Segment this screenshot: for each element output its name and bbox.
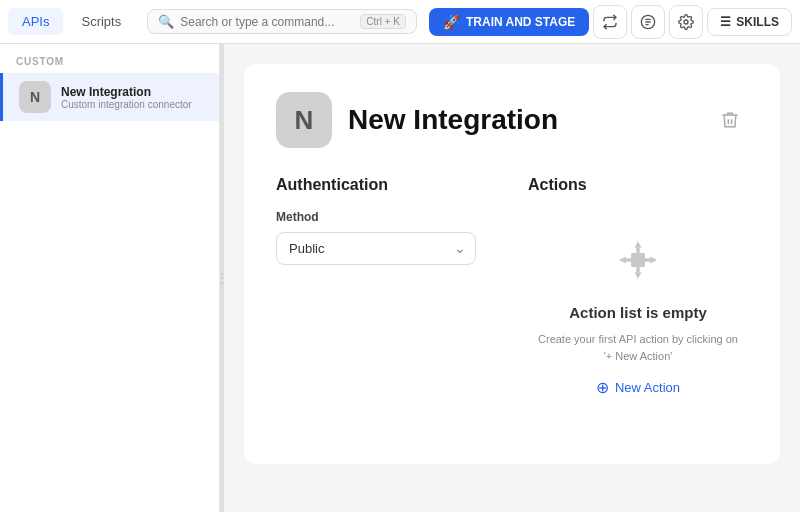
train-icon: 🚀 (443, 14, 460, 30)
content-area: N New Integration Authentication (224, 44, 800, 512)
topbar: APIs Scripts 🔍 Ctrl + K 🚀 TRAIN AND STAG… (0, 0, 800, 44)
integration-title: New Integration (348, 104, 558, 136)
authentication-title: Authentication (276, 176, 496, 194)
svg-marker-4 (635, 272, 642, 279)
svg-point-1 (684, 20, 688, 24)
chat-icon-button[interactable] (631, 5, 665, 39)
tab-scripts[interactable]: Scripts (67, 8, 135, 35)
sidebar-item-subtitle: Custom integration connector (61, 99, 192, 110)
train-and-stage-button[interactable]: 🚀 TRAIN AND STAGE (429, 8, 589, 36)
method-select[interactable]: Public API Key OAuth2 Basic Auth (276, 232, 476, 265)
actions-empty-subtitle: Create your first API action by clicking… (538, 331, 738, 364)
actions-empty-state: Action list is empty Create your first A… (528, 210, 748, 421)
skills-icon: ☰ (720, 15, 731, 29)
main-layout: CUSTOM N New Integration Custom integrat… (0, 44, 800, 512)
move-icon (608, 230, 668, 290)
new-action-button[interactable]: ⊕ New Action (588, 374, 688, 401)
sidebar-item-avatar: N (19, 81, 51, 113)
svg-marker-2 (635, 241, 642, 248)
sidebar-item-info: New Integration Custom integration conne… (61, 85, 192, 110)
authentication-section: Authentication Method Public API Key OAu… (276, 176, 496, 421)
integration-avatar: N (276, 92, 332, 148)
new-action-label: New Action (615, 380, 680, 395)
two-col-layout: Authentication Method Public API Key OAu… (276, 176, 748, 421)
sidebar-item-new-integration[interactable]: N New Integration Custom integration con… (0, 73, 219, 121)
actions-title: Actions (528, 176, 748, 194)
trash-icon (720, 110, 740, 130)
chat-icon (640, 14, 656, 30)
skills-label: SKILLS (736, 15, 779, 29)
tab-apis[interactable]: APIs (8, 8, 63, 35)
svg-rect-10 (631, 253, 645, 267)
search-input[interactable] (180, 15, 354, 29)
sidebar-item-name: New Integration (61, 85, 192, 99)
delete-button[interactable] (712, 102, 748, 138)
search-icon: 🔍 (158, 14, 174, 29)
sidebar: CUSTOM N New Integration Custom integrat… (0, 44, 220, 512)
skills-button[interactable]: ☰ SKILLS (707, 8, 792, 36)
actions-empty-title: Action list is empty (569, 304, 707, 321)
method-label: Method (276, 210, 496, 224)
transfer-icon (602, 14, 618, 30)
transfer-icon-button[interactable] (593, 5, 627, 39)
gear-icon (678, 14, 694, 30)
settings-icon-button[interactable] (669, 5, 703, 39)
search-bar: 🔍 Ctrl + K (147, 9, 417, 34)
integration-panel: N New Integration Authentication (244, 64, 780, 464)
integration-header: N New Integration (276, 92, 748, 148)
actions-section: Actions (528, 176, 748, 421)
train-button-label: TRAIN AND STAGE (466, 15, 575, 29)
sidebar-section-custom: CUSTOM (0, 56, 219, 73)
svg-marker-6 (619, 257, 626, 264)
integration-header-left: N New Integration (276, 92, 558, 148)
svg-marker-8 (650, 257, 657, 264)
search-shortcut: Ctrl + K (360, 14, 406, 29)
plus-circle-icon: ⊕ (596, 378, 609, 397)
method-select-wrapper: Public API Key OAuth2 Basic Auth (276, 232, 476, 265)
